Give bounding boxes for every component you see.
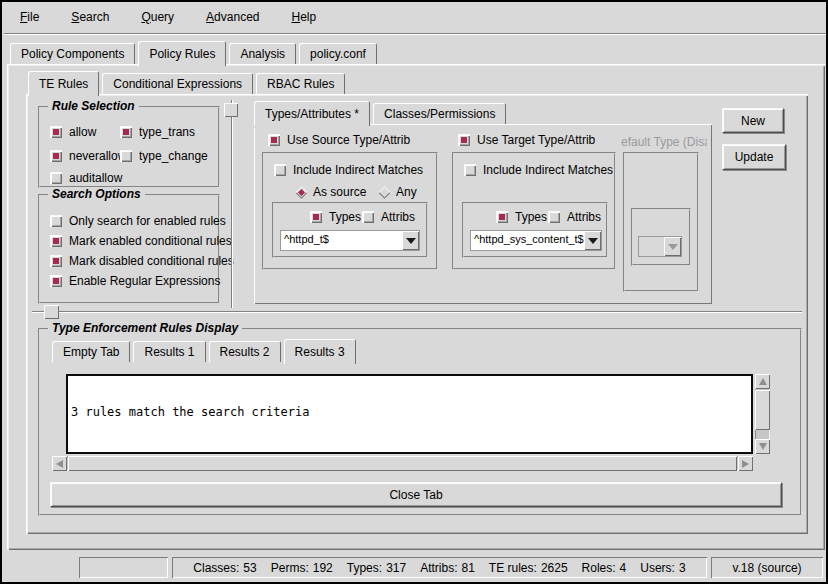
menu-help[interactable]: Help bbox=[287, 8, 320, 26]
checkbox-auditallow[interactable]: auditallow bbox=[50, 171, 122, 185]
policy-version: v.18 (source) bbox=[732, 561, 801, 575]
checkbox-target-attribs[interactable]: Attribs bbox=[548, 210, 601, 224]
checkbox-type-trans[interactable]: type_trans bbox=[120, 125, 195, 139]
tab-label: Types/Attributes * bbox=[265, 107, 359, 121]
default-type-value bbox=[639, 237, 664, 256]
checkbox-only-enabled[interactable]: Only search for enabled rules bbox=[50, 214, 226, 228]
apol-window: File Search Query Advanced Help Policy C… bbox=[0, 0, 828, 584]
close-tab-button[interactable]: Close Tab bbox=[50, 482, 782, 507]
checkbox-label: Attribs bbox=[567, 210, 601, 224]
new-button[interactable]: New bbox=[722, 108, 784, 133]
vertical-sash[interactable] bbox=[231, 100, 233, 308]
checkbox-label: auditallow bbox=[69, 171, 122, 185]
tab-results-3[interactable]: Results 3 bbox=[284, 339, 356, 364]
dropdown-arrow-icon[interactable] bbox=[402, 231, 419, 250]
search-options-group: Search Options Only search for enabled r… bbox=[38, 194, 220, 304]
tab-label: Analysis bbox=[240, 47, 285, 61]
checkbox-mark-enabled[interactable]: Mark enabled conditional rules bbox=[50, 234, 232, 248]
horizontal-sash-handle[interactable] bbox=[44, 305, 59, 319]
status-version-segment: v.18 (source) bbox=[711, 557, 823, 578]
update-button-label: Update bbox=[735, 150, 774, 164]
checkbox-indicator bbox=[310, 211, 322, 223]
close-tab-button-label: Close Tab bbox=[389, 488, 442, 502]
checkbox-indicator bbox=[50, 150, 62, 162]
tab-types-attributes[interactable]: Types/Attributes * bbox=[254, 101, 370, 126]
tab-analysis[interactable]: Analysis bbox=[229, 43, 296, 64]
source-types-frame: Types Attribs ^httpd_t$ bbox=[272, 202, 428, 258]
checkbox-indicator bbox=[458, 134, 470, 146]
radio-indicator bbox=[295, 186, 308, 199]
checkbox-target-types[interactable]: Types bbox=[496, 210, 547, 224]
results-blank-line bbox=[71, 447, 748, 454]
tab-label: Conditional Expressions bbox=[113, 77, 242, 91]
menu-bar: File Search Query Advanced Help bbox=[4, 2, 828, 32]
menu-advanced[interactable]: Advanced bbox=[202, 8, 263, 26]
target-type-value[interactable]: ^httpd_sys_content_t$ bbox=[471, 231, 584, 250]
checkbox-label: Include Indirect Matches bbox=[483, 163, 613, 177]
horizontal-sash[interactable] bbox=[32, 311, 802, 313]
tab-rbac-rules[interactable]: RBAC Rules bbox=[256, 73, 345, 94]
checkbox-indicator bbox=[50, 275, 62, 287]
scrollbar-thumb[interactable] bbox=[68, 456, 737, 471]
tab-te-rules[interactable]: TE Rules bbox=[28, 71, 99, 96]
checkbox-target-indirect[interactable]: Include Indirect Matches bbox=[464, 163, 613, 177]
scrollbar-thumb[interactable] bbox=[755, 390, 770, 430]
checkbox-use-target[interactable]: Use Target Type/Attrib bbox=[458, 133, 595, 147]
checkbox-indicator bbox=[50, 172, 62, 184]
checkbox-label: Attribs bbox=[381, 210, 415, 224]
dropdown-arrow-icon[interactable] bbox=[584, 231, 601, 250]
tab-classes-permissions[interactable]: Classes/Permissions bbox=[373, 103, 506, 124]
source-type-combobox[interactable]: ^httpd_t$ bbox=[280, 230, 420, 251]
radio-label: As source bbox=[313, 185, 366, 199]
tab-conditional-expressions[interactable]: Conditional Expressions bbox=[102, 73, 253, 94]
checkbox-label: allow bbox=[69, 125, 96, 139]
update-button[interactable]: Update bbox=[722, 144, 786, 170]
tab-policy-rules[interactable]: Policy Rules bbox=[138, 41, 226, 66]
menu-file[interactable]: File bbox=[16, 8, 43, 26]
stat-types: Types:317 bbox=[347, 561, 406, 575]
checkbox-mark-disabled[interactable]: Mark disabled conditional rules bbox=[50, 254, 234, 268]
checkbox-neverallow[interactable]: neverallow bbox=[50, 149, 126, 163]
checkbox-label: type_change bbox=[139, 149, 208, 163]
checkbox-source-types[interactable]: Types bbox=[310, 210, 361, 224]
checkbox-label: neverallow bbox=[69, 149, 126, 163]
results-vertical-scrollbar[interactable] bbox=[755, 374, 770, 454]
checkbox-indicator bbox=[50, 215, 62, 227]
default-type-inner-frame bbox=[631, 208, 691, 266]
source-type-value[interactable]: ^httpd_t$ bbox=[281, 231, 402, 250]
vertical-sash-handle[interactable] bbox=[224, 103, 238, 117]
checkbox-allow[interactable]: allow bbox=[50, 125, 96, 139]
checkbox-source-attribs[interactable]: Attribs bbox=[362, 210, 415, 224]
scroll-left-arrow-icon[interactable] bbox=[52, 456, 67, 471]
results-horizontal-scrollbar[interactable] bbox=[52, 456, 753, 471]
tab-policy-components[interactable]: Policy Components bbox=[10, 43, 135, 64]
checkbox-label: Include Indirect Matches bbox=[293, 163, 423, 177]
ta-tab-strip: Types/Attributes * Classes/Permissions bbox=[254, 100, 509, 124]
tab-results-1[interactable]: Results 1 bbox=[133, 341, 205, 362]
checkbox-source-indirect[interactable]: Include Indirect Matches bbox=[274, 163, 423, 177]
menu-search[interactable]: Search bbox=[67, 8, 113, 26]
radio-as-source[interactable]: As source bbox=[297, 185, 366, 199]
tab-policy-conf[interactable]: policy.conf bbox=[299, 43, 377, 64]
target-type-combobox[interactable]: ^httpd_sys_content_t$ bbox=[470, 230, 602, 251]
menu-query[interactable]: Query bbox=[137, 8, 178, 26]
checkbox-indicator bbox=[50, 126, 62, 138]
tab-results-2[interactable]: Results 2 bbox=[209, 341, 281, 362]
stat-attribs: Attribs:81 bbox=[420, 561, 475, 575]
stat-te-rules: TE rules:2625 bbox=[489, 561, 568, 575]
scroll-right-arrow-icon[interactable] bbox=[738, 456, 753, 471]
scroll-up-arrow-icon[interactable] bbox=[755, 374, 770, 389]
checkbox-type-change[interactable]: type_change bbox=[120, 149, 208, 163]
checkbox-use-source[interactable]: Use Source Type/Attrib bbox=[268, 133, 410, 147]
search-options-title: Search Options bbox=[48, 187, 145, 201]
tab-empty-tab[interactable]: Empty Tab bbox=[52, 341, 130, 362]
stat-users: Users:3 bbox=[640, 561, 685, 575]
default-type-label: efault Type (Disa bbox=[621, 135, 707, 149]
checkbox-enable-regex[interactable]: Enable Regular Expressions bbox=[50, 274, 220, 288]
scroll-down-arrow-icon[interactable] bbox=[755, 439, 770, 454]
stat-perms: Perms:192 bbox=[271, 561, 333, 575]
results-text-area[interactable]: 3 rules match the search criteria (5822)… bbox=[66, 374, 753, 454]
checkbox-label: type_trans bbox=[139, 125, 195, 139]
radio-any[interactable]: Any bbox=[380, 185, 417, 199]
checkbox-indicator bbox=[50, 255, 62, 267]
